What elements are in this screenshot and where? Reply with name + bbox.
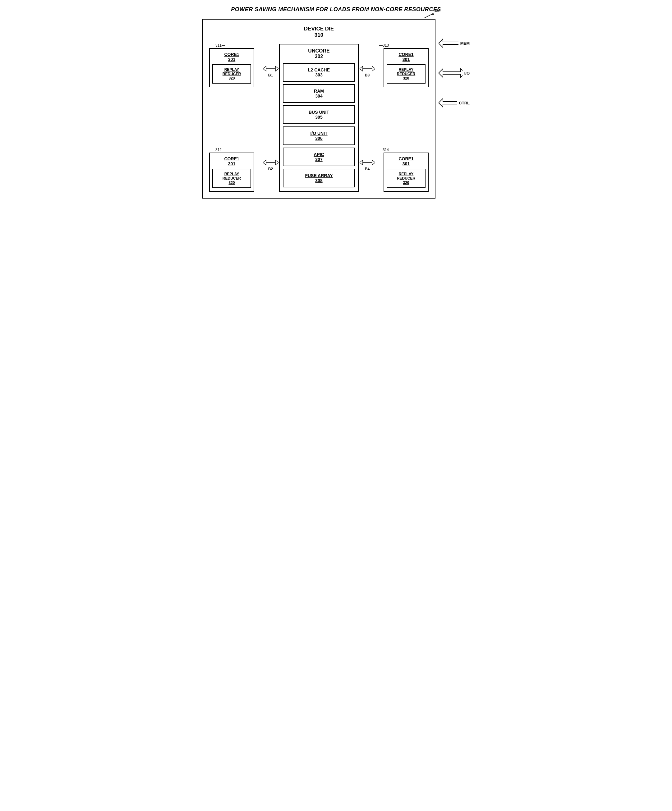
b4-label: B4: [365, 167, 370, 171]
svg-marker-7: [275, 160, 278, 165]
fuse-array-name: FUSE ARRAY: [287, 173, 351, 178]
io-unit-ref: 306: [287, 136, 351, 141]
page: POWER SAVING MECHANISM FOR LOADS FROM NO…: [202, 6, 470, 199]
core-top-left: CORE1 301 REPLAY REDUCER 320: [209, 48, 254, 87]
ram-name: RAM: [287, 88, 351, 93]
bus-unit-box: BUS UNIT 305: [283, 105, 355, 124]
svg-marker-15: [439, 69, 463, 77]
b4-arrow-area: B4: [360, 158, 375, 171]
svg-marker-13: [372, 160, 375, 165]
svg-marker-8: [360, 66, 363, 71]
ref-300-arrow: [421, 12, 436, 22]
top-left-core-box: CORE1 301 REPLAY REDUCER 320: [209, 48, 262, 87]
die-inner: 311— CORE1 301 REPLAY REDUCER 320: [209, 44, 429, 192]
device-die-name: DEVICE DIE: [304, 26, 334, 32]
mem-arrow-group: MEM: [439, 37, 470, 49]
io-arrow-group: I/O: [439, 68, 470, 79]
io-unit-box: I/O UNIT 306: [283, 126, 355, 145]
b3-arrow-area: B3: [360, 64, 375, 77]
core-tl-title2: 301: [212, 57, 251, 62]
l2-cache-box: L2 CACHE 303: [283, 63, 355, 82]
b2-arrow-area: B2: [263, 158, 278, 171]
apic-name: APIC: [287, 152, 351, 157]
svg-marker-2: [263, 66, 266, 71]
b2-label: B2: [268, 167, 273, 171]
fuse-array-box: FUSE ARRAY 308: [283, 169, 355, 187]
mem-arrow-svg: [439, 37, 458, 49]
core-tr-replay2: REDUCER: [389, 72, 424, 76]
ctrl-label: CTRL: [459, 101, 470, 105]
svg-line-0: [424, 14, 433, 18]
b1-arrow-area: B1: [263, 64, 278, 77]
apic-ref: 307: [287, 157, 351, 162]
io-label: I/O: [464, 71, 470, 76]
core-tr-title1: CORE1: [387, 52, 426, 57]
ref-313-area: —313 CORE1 301 REPLAY REDUCER 320: [376, 44, 429, 87]
bottom-right-core-box: CORE1 301 REPLAY REDUCER 320: [376, 153, 429, 192]
left-spacer: [209, 87, 262, 148]
io-unit-name: I/O UNIT: [287, 131, 351, 136]
right-arrows-panel: MEM I/O CTRL: [436, 19, 470, 199]
core-bottom-left: CORE1 301 REPLAY REDUCER 320: [209, 153, 254, 192]
core-tr-replay: REPLAY REDUCER 320: [387, 64, 426, 83]
top-right-core-box: CORE1 301 REPLAY REDUCER 320: [376, 48, 429, 87]
b4-arrow-svg: [360, 158, 375, 167]
core-tl-replay2: REDUCER: [214, 72, 249, 76]
svg-marker-5: [263, 160, 266, 165]
right-cores-col: —313 CORE1 301 REPLAY REDUCER 320: [376, 44, 429, 192]
core-tr-title2: 301: [387, 57, 426, 62]
io-arrow-svg: [439, 68, 463, 79]
core-br-title2: 301: [387, 161, 426, 166]
uncore-name: UNCORE: [308, 48, 329, 53]
b2-arrow-svg: [263, 158, 278, 167]
core-tl-replay3: 320: [214, 76, 249, 80]
right-bus-col: B3 B4: [359, 44, 376, 192]
svg-marker-14: [439, 39, 458, 48]
svg-marker-4: [275, 66, 278, 71]
core-br-replay3: 320: [389, 180, 424, 185]
svg-marker-10: [372, 66, 375, 71]
svg-marker-11: [360, 160, 363, 165]
ctrl-arrow-group: CTRL: [439, 97, 470, 109]
core-bl-replay1: REPLAY: [214, 172, 249, 176]
ram-box: RAM 304: [283, 84, 355, 103]
bus-unit-name: BUS UNIT: [287, 110, 351, 115]
core-bl-title1: CORE1: [212, 156, 251, 161]
core-bl-replay2: REDUCER: [214, 176, 249, 180]
ref-311-area: 311— CORE1 301 REPLAY REDUCER 320: [209, 44, 262, 87]
ref-312-label: 312—: [216, 148, 225, 152]
svg-marker-16: [439, 98, 457, 107]
device-die-label: DEVICE DIE 310: [209, 26, 429, 38]
core-br-replay2: REDUCER: [389, 176, 424, 180]
b3-label: B3: [365, 73, 370, 77]
ref-314-label: —314: [379, 148, 389, 152]
ram-ref: 304: [287, 93, 351, 98]
left-cores-col: 311— CORE1 301 REPLAY REDUCER 320: [209, 44, 262, 192]
device-die-box: 300 DEVICE DIE 310 311— CORE1: [202, 19, 436, 199]
l2-cache-name: L2 CACHE: [287, 68, 351, 72]
mem-label: MEM: [460, 41, 470, 46]
bus-unit-ref: 305: [287, 115, 351, 120]
ref-311-label: 311—: [216, 43, 225, 48]
core-tl-title1: CORE1: [212, 52, 251, 57]
page-title: POWER SAVING MECHANISM FOR LOADS FROM NO…: [202, 6, 470, 13]
diagram-area: 300 DEVICE DIE 310 311— CORE1: [202, 19, 470, 199]
l2-cache-ref: 303: [287, 72, 351, 77]
core-bl-replay3: 320: [214, 180, 249, 185]
uncore-ref: 302: [315, 54, 323, 59]
ref-312-area: 312— CORE1 301 REPLAY REDUCER 320: [209, 148, 262, 192]
bottom-left-core-box: CORE1 301 REPLAY REDUCER 320: [209, 153, 262, 192]
b3-arrow-svg: [360, 64, 375, 73]
core-tr-replay1: REPLAY: [389, 68, 424, 72]
ref-300-label: 300: [434, 8, 440, 13]
ref-313-label: —313: [379, 43, 389, 48]
uncore-label: UNCORE 302: [283, 48, 355, 59]
title-text: POWER SAVING MECHANISM FOR LOADS FROM NO…: [231, 6, 441, 12]
b1-label: B1: [268, 73, 273, 77]
uncore-box: UNCORE 302 L2 CACHE 303 RAM 304: [279, 44, 359, 192]
fuse-array-ref: 308: [287, 178, 351, 183]
core-bl-title2: 301: [212, 161, 251, 166]
left-bus-col: B1 B2: [262, 44, 279, 192]
b1-arrow-svg: [263, 64, 278, 73]
core-tr-replay3: 320: [389, 76, 424, 80]
